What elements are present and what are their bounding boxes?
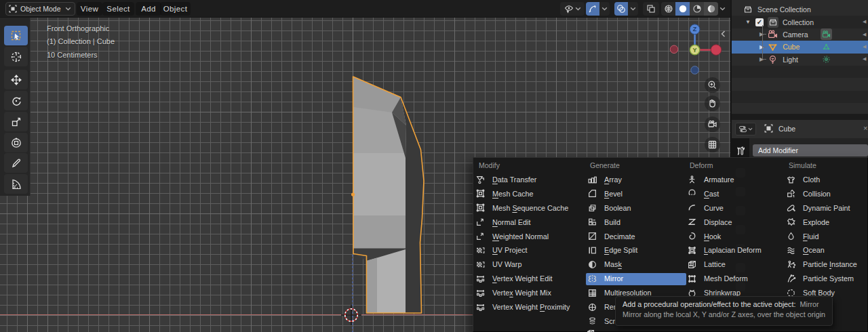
svg-text:Z: Z — [693, 26, 697, 33]
svg-text:Y: Y — [693, 47, 697, 54]
